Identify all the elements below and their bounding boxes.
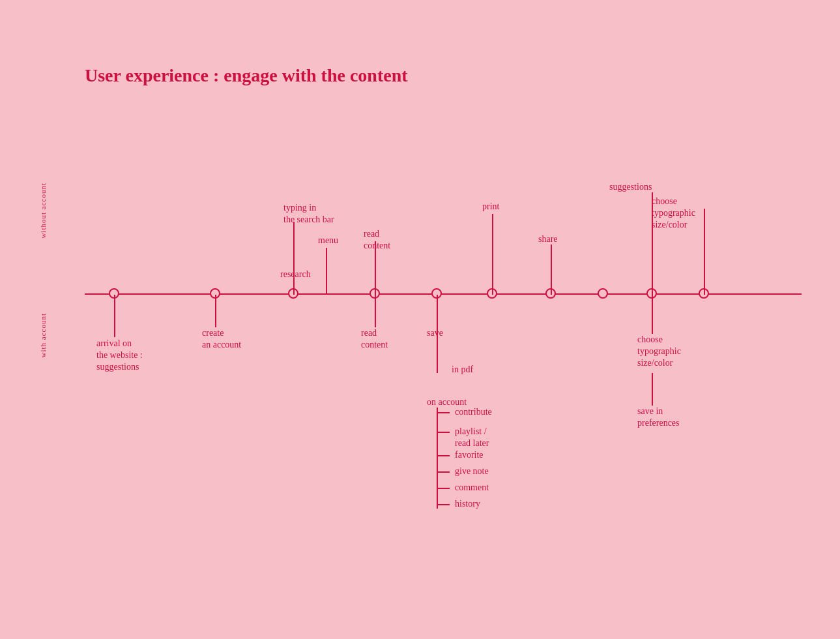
label-comment: comment: [455, 482, 489, 494]
vline-sub-items: [437, 408, 438, 509]
label-typo-above: choosetypographicsize/color: [652, 196, 695, 231]
label-arrival: arrival onthe website :suggestions: [96, 338, 143, 374]
label-read-below: readcontent: [361, 327, 388, 351]
label-typo-below: choosetypographicsize/color: [637, 334, 681, 370]
vline-create: [215, 295, 216, 327]
label-research: research: [280, 269, 311, 280]
without-account-label: without account: [39, 183, 47, 239]
vline-print: [492, 214, 493, 295]
label-print: print: [482, 201, 499, 213]
label-create: createan account: [202, 327, 241, 351]
label-menu: menu: [318, 235, 338, 246]
hline-contribute: [437, 412, 450, 413]
hline-givenote: [437, 471, 450, 473]
label-history: history: [455, 498, 480, 510]
vline-inpdf: [437, 347, 438, 373]
label-read-above: readcontent: [364, 228, 390, 252]
label-save: save: [427, 327, 443, 339]
hline-favorite: [437, 455, 450, 456]
label-favorite: favorite: [455, 449, 484, 461]
node-8: [598, 288, 608, 299]
page-title: User experience : engage with the conten…: [85, 65, 408, 86]
label-search: typing inthe search bar: [283, 202, 334, 226]
vline-typo-above: [704, 209, 705, 295]
label-save-pref: save inpreferences: [637, 406, 680, 429]
vline-read-below: [375, 295, 376, 327]
with-account-label: with account: [39, 313, 47, 358]
vline-share: [551, 245, 552, 295]
vline-save-pref: [652, 373, 653, 406]
hline-comment: [437, 488, 450, 489]
label-suggestions: suggestions: [609, 181, 652, 193]
vline-menu: [326, 248, 327, 295]
vline-arrival: [114, 295, 115, 337]
timeline-line: [85, 293, 802, 295]
label-playlist: playlist /read later: [455, 426, 489, 449]
label-inpdf: in pdf: [452, 364, 473, 376]
label-contribute: contribute: [455, 406, 492, 418]
hline-playlist: [437, 432, 450, 433]
hline-history: [437, 504, 450, 505]
label-givenote: give note: [455, 466, 489, 477]
vline-typo-below: [652, 295, 653, 334]
diagram: without account with account typing inth…: [0, 143, 840, 600]
vline-search: [293, 222, 295, 295]
label-share: share: [538, 233, 558, 245]
